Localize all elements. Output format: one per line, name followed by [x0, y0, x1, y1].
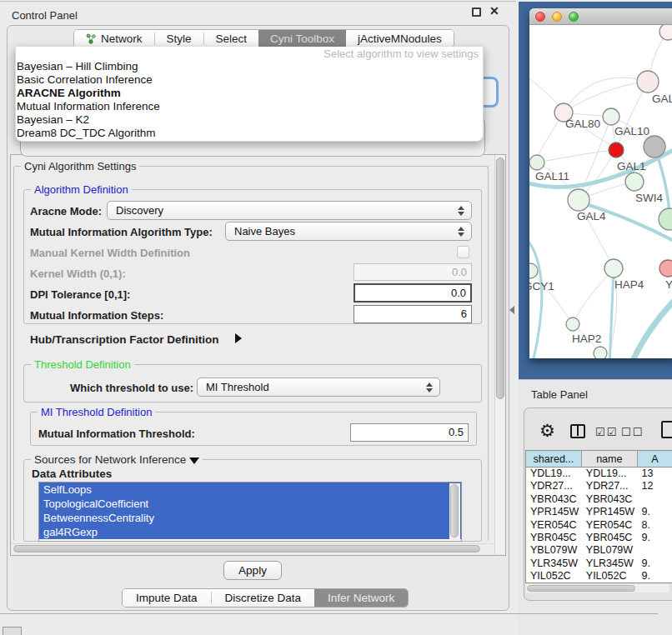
scrollbar-thumb[interactable] — [450, 484, 459, 538]
algorithm-option[interactable]: Dream8 DC_TDC Algorithm — [17, 127, 156, 140]
network-node[interactable] — [604, 259, 623, 278]
network-node[interactable] — [529, 263, 538, 278]
scrollbar-thumb[interactable] — [13, 545, 480, 552]
table-row[interactable]: YBR045CYBR045C9. — [526, 532, 672, 544]
algorithm-option[interactable]: Bayesian – K2 — [17, 113, 89, 127]
close-icon[interactable]: ✕ — [489, 4, 499, 18]
mi-threshold-label: Mutual Information Threshold: — [38, 428, 195, 440]
cell: YDR27... — [526, 480, 582, 492]
algorithm-option[interactable]: Basic Correlation Inference — [17, 73, 153, 87]
node-label: GAL80 — [565, 118, 600, 130]
apply-button[interactable]: Apply — [223, 561, 282, 580]
bottom-corner-button-partial[interactable] — [3, 627, 22, 635]
network-node[interactable] — [529, 155, 544, 170]
network-node[interactable] — [637, 71, 659, 92]
list-scrollbar[interactable] — [449, 483, 460, 540]
list-item[interactable]: TopologicalCoefficient — [39, 497, 461, 511]
tab-jactivemnodules[interactable]: jActiveMNodules — [346, 30, 454, 48]
minimize-window-icon[interactable] — [552, 12, 562, 22]
table-row[interactable]: YDR27...YDR27...12 — [526, 480, 672, 492]
settings-horizontal-scrollbar[interactable] — [12, 543, 494, 553]
group-title: Cyni Algorithm Settings — [21, 160, 139, 172]
select-all-checks-icon[interactable]: ☑☑ — [595, 426, 618, 438]
sources-title[interactable]: Sources for Network Inference — [31, 453, 203, 466]
columns-icon[interactable] — [570, 424, 585, 438]
column-header-partial[interactable]: A — [638, 451, 672, 467]
tab-infer-network[interactable]: Infer Network — [314, 589, 408, 607]
bottom-divider — [0, 613, 658, 614]
network-node[interactable] — [568, 189, 589, 211]
tab-cyni-toolbox[interactable]: Cyni Toolbox — [258, 30, 346, 48]
network-node[interactable] — [603, 108, 619, 125]
group-title: Algorithm Definition — [31, 183, 132, 196]
tab-impute-data[interactable]: Impute Data — [123, 589, 211, 607]
combo-arrows-icon — [458, 202, 464, 219]
cell: YER054C — [526, 519, 582, 532]
settings-vertical-scrollbar[interactable] — [494, 155, 505, 554]
column-header-name[interactable]: name — [582, 451, 638, 467]
network-node-red[interactable] — [609, 142, 624, 158]
cell: YBR045C — [526, 532, 582, 544]
network-node[interactable] — [659, 208, 672, 230]
tab-style-label: Style — [167, 32, 192, 45]
algorithm-option[interactable]: Mutual Information Inference — [17, 100, 160, 113]
table-horizontal-scrollbar[interactable] — [526, 584, 669, 592]
cell: YBL079W — [582, 544, 638, 557]
network-node[interactable] — [625, 172, 644, 191]
which-threshold-select[interactable]: MI Threshold — [197, 378, 440, 397]
table-row[interactable]: YBL079WYBL079W — [526, 544, 672, 557]
export-table-icon[interactable] — [661, 421, 672, 438]
list-item[interactable]: SelfLoops — [39, 482, 461, 497]
network-node-pink[interactable] — [659, 260, 672, 277]
splitter-collapse-icon[interactable] — [509, 306, 514, 314]
algorithm-placeholder: Select algorithm to view settings — [323, 48, 479, 60]
scrollbar-thumb[interactable] — [496, 158, 504, 399]
scrollbar-thumb[interactable] — [527, 585, 635, 592]
node-label: Y — [665, 278, 672, 291]
table-row[interactable]: YPR145WYPR145W9. — [526, 506, 672, 518]
cell: YLR345W — [582, 558, 638, 570]
tab-style[interactable]: Style — [155, 30, 203, 48]
tab-discretize-data[interactable]: Discretize Data — [212, 589, 315, 607]
network-node-gray[interactable] — [644, 136, 665, 158]
mi-algorithm-type-label: Mutual Information Algorithm Type: — [30, 226, 213, 238]
table-row[interactable]: YLR345WYLR345W9. — [526, 558, 672, 570]
mi-algorithm-type-select[interactable]: Naive Bayes — [225, 222, 472, 241]
dpi-tolerance-field[interactable]: 0.0 — [354, 283, 472, 302]
table-row[interactable]: YER054CYER054C8. — [526, 519, 672, 532]
tab-discretize-label: Discretize Data — [225, 592, 302, 604]
network-node[interactable] — [594, 347, 607, 358]
network-canvas[interactable]: GAL GAL80 GAL10 GAL1 GAL11 SWI4 GAL4 GCY… — [529, 25, 672, 358]
network-window-titlebar[interactable] — [529, 8, 672, 25]
gear-icon[interactable]: ⚙ — [539, 421, 555, 441]
cyni-mode-tabbar: Impute Data Discretize Data Infer Networ… — [122, 588, 409, 608]
tab-select[interactable]: Select — [204, 30, 259, 48]
table-row[interactable]: YDL19...YDL19...13 — [526, 468, 672, 480]
column-header-shared-name[interactable]: shared... — [526, 451, 582, 467]
aracne-mode-select[interactable]: Discovery — [107, 201, 472, 220]
table-row[interactable]: YBR043CYBR043C — [526, 493, 672, 506]
tab-infer-label: Infer Network — [328, 592, 394, 604]
mi-steps-field[interactable]: 6 — [354, 305, 472, 323]
hub-expander-icon[interactable] — [235, 333, 242, 343]
network-node[interactable] — [659, 25, 672, 40]
kernel-width-field[interactable]: 0.0 — [354, 263, 472, 281]
float-panel-icon[interactable] — [472, 8, 481, 17]
which-threshold-value: MI Threshold — [206, 381, 269, 393]
deselect-all-checks-icon[interactable]: ☐☐ — [621, 426, 644, 438]
algorithm-option[interactable]: Bayesian – Hill Climbing — [17, 60, 138, 73]
manual-kernel-width-checkbox[interactable] — [457, 246, 469, 258]
algorithm-option-selected[interactable]: ARACNE Algorithm — [17, 87, 121, 100]
list-item[interactable]: gal4RGexp — [39, 525, 461, 539]
zoom-window-icon[interactable] — [569, 12, 579, 22]
table-row[interactable]: YIL052CYIL052C9. — [526, 570, 672, 582]
tab-network[interactable]: Network — [74, 30, 154, 48]
network-node-labels: GAL GAL80 GAL10 GAL1 GAL11 SWI4 GAL4 GCY… — [529, 92, 672, 345]
manual-kernel-width-label: Manual Kernel Width Definition — [30, 247, 190, 259]
network-node[interactable] — [566, 318, 579, 331]
table-panel-title: Table Panel — [531, 388, 588, 401]
close-window-icon[interactable] — [535, 12, 545, 22]
mi-threshold-field[interactable]: 0.5 — [350, 423, 469, 442]
list-item[interactable]: BetweennessCentrality — [39, 511, 461, 525]
cell: YBR043C — [582, 493, 638, 506]
